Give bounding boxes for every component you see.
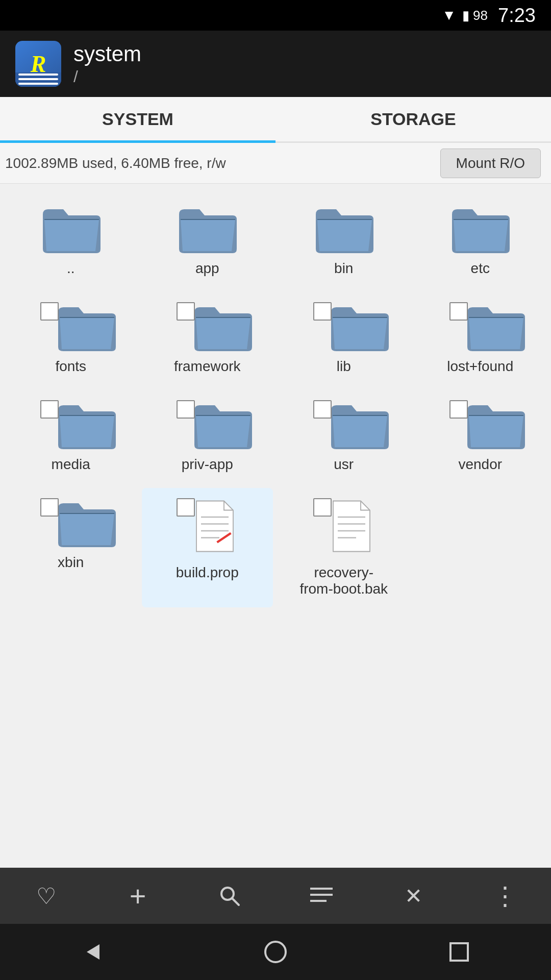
more-options-button[interactable]: ⋮ [485,875,525,916]
folder-icon [449,204,511,255]
folder-icon [40,302,102,353]
selection-checkbox [40,498,59,517]
file-label: .. [67,260,75,277]
file-recovery[interactable]: recovery- from-boot.bak [278,488,410,607]
app-header: R system / [0,31,551,97]
file-label: etc [471,260,490,277]
file-label: xbin [58,554,84,571]
folder-icon [40,204,102,255]
sort-button[interactable] [301,875,342,916]
folder-icon [313,204,374,255]
selection-checkbox [40,400,59,419]
file-label: app [195,260,219,277]
selection-checkbox [40,302,59,321]
selection-checkbox [313,302,332,321]
selection-checkbox [449,400,468,419]
selection-checkbox [177,400,195,419]
file-label: build.prop [176,565,239,581]
file-icon [177,498,238,559]
folder-xbin[interactable]: xbin [5,488,137,607]
selection-checkbox [313,400,332,419]
folder-icon [449,302,511,353]
selection-checkbox [177,498,195,517]
file-label: usr [334,456,354,473]
wifi-icon: ▼ [442,7,456,23]
folder-icon [449,400,511,451]
favorite-button[interactable]: ♡ [26,875,66,916]
bottom-toolbar: ♡ + ✕ ⋮ [0,868,551,924]
battery-icon: ▮ 98 [462,8,488,23]
svg-rect-30 [450,943,468,961]
back-button[interactable] [79,939,105,965]
search-button[interactable] [209,875,250,916]
mount-button[interactable]: Mount R/O [440,149,541,178]
app-title-block: system / [73,42,141,86]
status-time: 7:23 [498,5,536,27]
selection-checkbox [313,498,332,517]
storage-info-bar: 1002.89MB used, 6.40MB free, r/w Mount R… [0,143,551,184]
svg-marker-28 [87,944,99,960]
folder-icon [177,400,238,451]
close-button[interactable]: ✕ [393,875,434,916]
status-icons: ▼ ▮ 98 [442,7,488,23]
folder-icon [177,302,238,353]
file-label: vendor [458,456,502,473]
storage-text: 1002.89MB used, 6.40MB free, r/w [5,155,430,172]
folder-usr[interactable]: usr [278,390,410,483]
folder-icon [177,204,238,255]
folder-app[interactable]: app [142,194,273,287]
app-title: system [73,42,141,66]
svg-point-29 [265,942,286,962]
add-button[interactable]: + [117,875,158,916]
file-label: framework [174,358,241,375]
tab-storage[interactable]: STORAGE [276,97,551,141]
folder-bin[interactable]: bin [278,194,410,287]
folder-icon [313,400,374,451]
file-label: lib [337,358,351,375]
file-label: media [52,456,90,473]
home-button[interactable] [263,939,288,965]
folder-framework[interactable]: framework [142,292,273,385]
folder-vendor[interactable]: vendor [415,390,546,483]
file-label: bin [334,260,353,277]
recent-button[interactable] [446,939,472,965]
status-bar: ▼ ▮ 98 7:23 [0,0,551,31]
file-label: priv-app [182,456,233,473]
folder-etc[interactable]: etc [415,194,546,287]
file-label: recovery- from-boot.bak [299,565,388,597]
nav-bar [0,924,551,980]
folder-icon [40,400,102,451]
selection-checkbox [177,302,195,321]
app-logo: R [15,41,61,87]
file-label: fonts [55,358,86,375]
app-path: / [73,67,141,86]
file-icon [313,498,374,559]
folder-lost-found[interactable]: lost+found [415,292,546,385]
folder-icon [313,302,374,353]
tab-bar: SYSTEM STORAGE [0,97,551,143]
folder-priv-app[interactable]: priv-app [142,390,273,483]
file-label: lost+found [447,358,513,375]
folder-fonts[interactable]: fonts [5,292,137,385]
file-build-prop[interactable]: build.prop [142,488,273,607]
selection-checkbox [449,302,468,321]
folder-parent[interactable]: .. [5,194,137,287]
folder-media[interactable]: media [5,390,137,483]
tab-system[interactable]: SYSTEM [0,97,276,141]
file-grid: .. app bin [0,184,551,868]
folder-lib[interactable]: lib [278,292,410,385]
svg-line-24 [232,898,239,905]
folder-icon [40,498,102,549]
